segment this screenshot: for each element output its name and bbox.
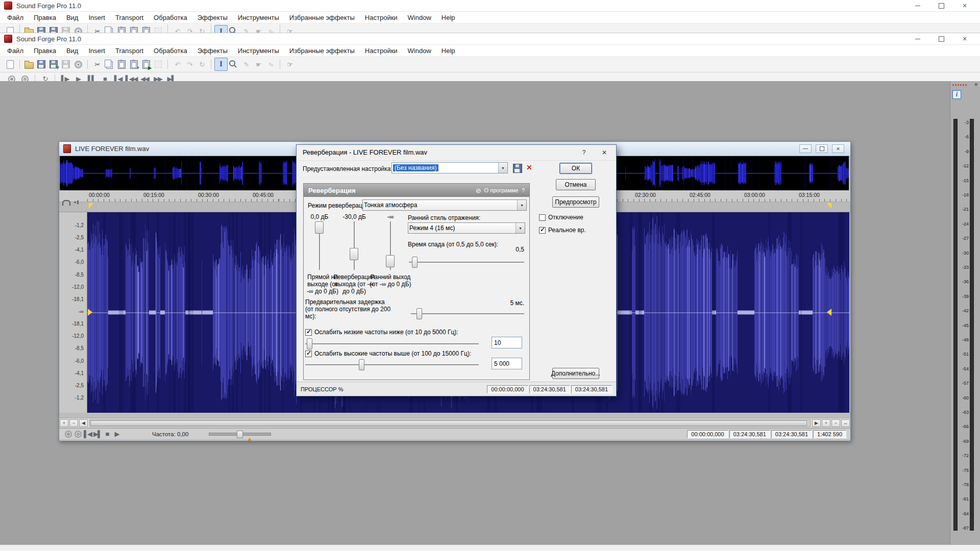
ok-button[interactable]: ОК [559,163,592,174]
go-to-start-icon[interactable]: ▌◀ [83,430,92,438]
selection-start-marker[interactable] [89,203,93,209]
new-file-icon[interactable] [4,25,16,33]
pencil-tool-icon[interactable]: ✎ [240,25,252,33]
doc-close-button[interactable]: ✕ [832,144,844,153]
menu-настройки[interactable]: Настройки [360,46,403,56]
menu-window[interactable]: Window [403,13,436,22]
high-cut-checkbox[interactable]: Ослабить высокие частоты выше (от 100 до… [305,350,471,357]
menu-help[interactable]: Help [436,46,460,56]
decay-slider[interactable] [409,258,524,266]
menu-insert[interactable]: Insert [83,46,110,56]
scroll-track[interactable] [89,419,811,427]
go-to-end-icon[interactable]: ▶▌ [92,430,102,438]
restore-button[interactable] [937,35,945,42]
trim-icon[interactable] [152,25,164,33]
menu-файл[interactable]: Файл [2,46,29,56]
menu-эффекты[interactable]: Эффекты [192,13,233,22]
event-tool-icon[interactable]: ☛ [252,58,264,70]
close-button[interactable]: ✕ [961,35,969,42]
dropdown-arrow-icon[interactable] [517,200,526,210]
envelope-tool-icon[interactable]: ∿ [264,58,277,70]
menu-вид[interactable]: Вид [61,46,84,56]
save-as-icon[interactable]: ? [47,58,60,70]
dropdown-arrow-icon[interactable] [516,223,525,233]
menu-правка[interactable]: Правка [29,46,61,56]
rate-slider-thumb[interactable] [237,431,243,438]
menu-transport[interactable]: Transport [110,46,149,56]
preset-combobox[interactable]: (Без названия) [391,162,508,173]
menu-эффекты[interactable]: Эффекты [192,46,233,56]
levels-panel-header[interactable]: ✕ [950,81,980,88]
doc-restore-button[interactable] [816,144,828,153]
save-all-icon[interactable] [60,25,72,33]
delete-preset-icon[interactable]: ✕ [526,163,532,171]
zoom-in-time-button[interactable]: + [822,419,830,427]
plugin-help-link[interactable]: ? [522,187,525,193]
menu-инструменты[interactable]: Инструменты [233,13,284,22]
menu-window[interactable]: Window [403,46,436,56]
edit-tool-icon[interactable]: I [214,25,228,33]
redo-icon[interactable]: ↷ [183,25,195,33]
open-icon[interactable] [23,58,35,70]
minimize-button[interactable] [914,2,922,9]
paste-icon[interactable] [115,25,128,33]
menu-insert[interactable]: Insert [83,13,110,22]
rate-slider[interactable] [209,433,271,436]
magnify-tool-icon[interactable] [228,58,240,70]
slider-thumb[interactable] [359,359,364,370]
snap-icon[interactable] [62,200,70,206]
high-cut-slider[interactable] [305,361,479,369]
magnify-tool-icon[interactable] [228,25,240,33]
menu-help[interactable]: Help [436,13,460,22]
menu-избранные-эффекты[interactable]: Избранные эффекты [284,13,360,22]
slider-thumb[interactable] [416,308,422,319]
menu-инструменты[interactable]: Инструменты [233,46,284,56]
dropdown-arrow-icon[interactable] [498,163,507,173]
dry-out-slider[interactable]: 0,0 дБ [304,213,335,270]
horizontal-scrollbar[interactable]: +−◀ ▶+−↔ [59,418,850,428]
repeat-icon[interactable]: ↻ [195,58,208,70]
dialog-close-button[interactable]: ✕ [599,147,610,158]
menu-правка[interactable]: Правка [29,13,61,22]
save-icon[interactable] [35,25,47,33]
copy-icon[interactable] [103,25,115,33]
scroll-left-button[interactable]: ◀ [79,419,88,427]
early-style-combobox[interactable]: Режим 4 (16 мс) [408,222,525,234]
high-cut-value-input[interactable] [492,358,522,369]
more-button[interactable]: Дополнительно... [552,368,599,379]
menu-обработка[interactable]: Обработка [149,13,192,22]
about-link[interactable]: О программе [484,187,519,193]
slider-thumb[interactable] [307,338,312,349]
copy-icon[interactable] [103,58,115,70]
doc-minimize-button[interactable] [799,144,812,153]
paste-special-icon[interactable]: + [128,25,140,33]
scroll-thumb[interactable] [90,420,807,426]
predelay-slider[interactable] [411,310,524,318]
cut-icon[interactable]: ✂ [91,25,103,33]
slider-thumb[interactable] [350,248,358,260]
scroll-right-button[interactable]: ▶ [812,419,821,427]
minimize-button[interactable] [914,35,922,42]
cut-icon[interactable]: ✂ [91,58,103,70]
mode-combobox[interactable]: Тонкая атмосфера [362,199,527,211]
zoom-in-button[interactable]: + [60,419,68,427]
record-icon[interactable] [63,430,73,438]
zoom-out-button[interactable]: − [69,419,78,427]
play-icon[interactable]: ▶ [112,430,121,438]
low-cut-checkbox[interactable]: Ослабить низкие частоты ниже (от 10 до 5… [305,329,458,336]
menu-вид[interactable]: Вид [61,13,84,22]
save-icon[interactable] [35,58,47,70]
no-bypass-icon[interactable]: ⊘ [476,187,481,194]
edit-tool-icon[interactable]: I [214,58,228,71]
bypass-checkbox[interactable]: Отключение [539,214,583,221]
pencil-tool-icon[interactable]: ✎ [240,58,252,70]
extract-cd-icon[interactable] [72,25,84,33]
slider-thumb[interactable] [412,257,418,268]
menu-обработка[interactable]: Обработка [149,46,192,56]
dialog-help-button[interactable]: ? [578,147,590,158]
levels-close-button[interactable]: ✕ [974,82,978,87]
undo-icon[interactable]: ↶ [171,58,183,70]
paste-to-new-icon[interactable]: ▶ [140,25,152,33]
save-preset-icon[interactable] [513,164,522,173]
zoom-out-time-button[interactable]: − [831,419,840,427]
